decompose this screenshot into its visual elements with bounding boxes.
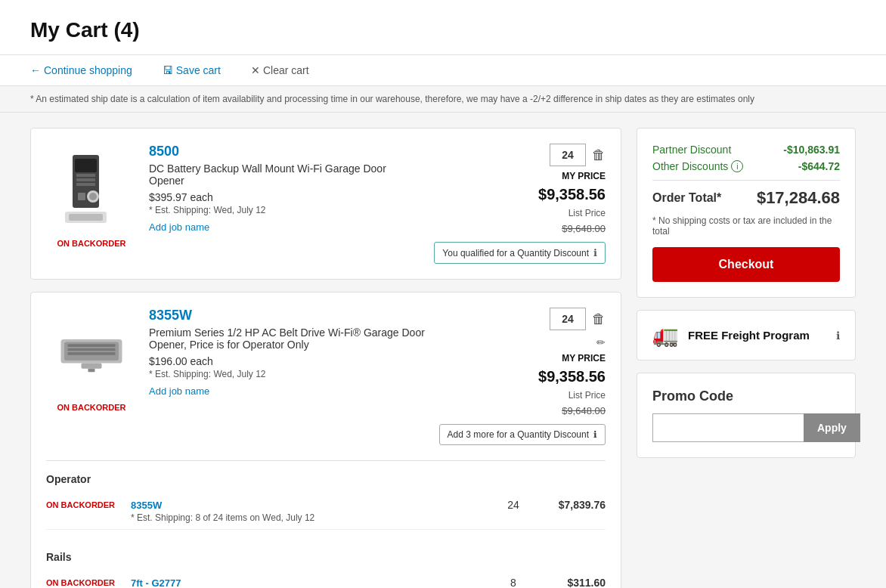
- rails-qty-g2777: 8: [491, 577, 536, 588]
- save-icon: 🖫: [163, 64, 173, 76]
- op-link-8355w[interactable]: 8355W: [131, 500, 162, 511]
- promo-code-title: Promo Code: [652, 388, 840, 404]
- svg-rect-14: [68, 352, 116, 355]
- continue-shopping-link[interactable]: ← Continue shopping: [30, 64, 132, 76]
- partner-discount-row: Partner Discount -$10,863.91: [652, 144, 840, 156]
- my-price-label-8355w: MY PRICE: [562, 353, 606, 364]
- svg-rect-16: [88, 369, 95, 373]
- item-details-8355w: 8355W Premium Series 1/2 HP AC Belt Driv…: [149, 308, 427, 397]
- order-total-label: Order Total*: [652, 191, 721, 205]
- item-details-8500: 8500 DC Battery Backup Wall Mount Wi-Fi …: [149, 144, 422, 233]
- other-discounts-row: Other Discounts i -$644.72: [652, 160, 840, 172]
- main-content: ON BACKORDER 8500 DC Battery Backup Wall…: [0, 113, 886, 588]
- op-backorder-label-8355w: ON BACKORDER: [46, 499, 122, 509]
- sidebar: Partner Discount -$10,863.91 Other Disco…: [637, 128, 856, 458]
- cart-item-8355w: ON BACKORDER 8355W Premium Series 1/2 HP…: [30, 292, 621, 588]
- add-job-name-8500[interactable]: Add job name: [149, 221, 209, 233]
- promo-code-card: Promo Code Apply: [637, 373, 856, 458]
- backorder-label-8500: ON BACKORDER: [57, 239, 125, 248]
- save-cart-link[interactable]: 🖫 Save cart: [163, 64, 221, 76]
- op-sub-8355w: * Est. Shipping: 8 of 24 items on Wed, J…: [131, 512, 482, 523]
- rails-price-g2777: $311.60: [545, 577, 606, 588]
- other-discounts-value: -$644.72: [798, 160, 840, 172]
- svg-rect-13: [68, 348, 116, 351]
- list-price-value-8355w: $9,648.00: [562, 405, 606, 416]
- svg-rect-4: [76, 183, 95, 186]
- item-description-8355w: Premium Series 1/2 HP AC Belt Drive Wi-F…: [149, 326, 427, 351]
- cart-item-8500: ON BACKORDER 8500 DC Battery Backup Wall…: [30, 128, 621, 280]
- item-shipping-8355w: * Est. Shipping: Wed, July 12: [149, 369, 427, 379]
- item-row-8500: ON BACKORDER 8500 DC Battery Backup Wall…: [46, 144, 606, 264]
- rails-link-g2777[interactable]: 7ft - G2777: [131, 577, 181, 588]
- svg-rect-15: [82, 364, 102, 369]
- order-total-value: $17,284.68: [757, 188, 840, 208]
- item-sku-link-8500[interactable]: 8500: [149, 144, 422, 159]
- edit-icon-8355w[interactable]: ✏: [596, 336, 606, 348]
- close-icon: ✕: [251, 64, 260, 76]
- item-price-each-8355w: $196.00 each: [149, 355, 427, 367]
- rails-section-8355w: Rails ON BACKORDER 7ft - G2777 Belt Driv…: [46, 545, 606, 588]
- other-discounts-label: Other Discounts i: [652, 160, 743, 172]
- svg-rect-5: [78, 193, 85, 200]
- discount-info-icon-8500[interactable]: ℹ: [593, 247, 597, 258]
- my-price-label-8500: MY PRICE: [562, 171, 606, 181]
- delete-icon-8500[interactable]: 🗑: [592, 147, 606, 163]
- delete-icon-8355w[interactable]: 🗑: [592, 311, 606, 327]
- notice-bar: * An estimated ship date is a calculatio…: [0, 86, 886, 113]
- svg-rect-9: [69, 214, 103, 221]
- add-job-name-8355w[interactable]: Add job name: [149, 385, 209, 397]
- item-description-8500: DC Battery Backup Wall Mount Wi-Fi Garag…: [149, 162, 422, 187]
- item-sku-link-8355w[interactable]: 8355W: [149, 308, 427, 323]
- svg-rect-12: [68, 344, 116, 347]
- truck-icon: 🚛: [652, 323, 679, 348]
- arrow-left-icon: ←: [30, 64, 41, 76]
- my-price-value-8355w: $9,358.56: [538, 368, 606, 385]
- partner-discount-value: -$10,863.91: [783, 144, 840, 156]
- operator-row-8355w: ON BACKORDER 8355W * Est. Shipping: 8 of…: [46, 493, 606, 530]
- freight-card: 🚛 FREE Freight Program ℹ: [637, 310, 856, 361]
- top-actions-bar: ← Continue shopping 🖫 Save cart ✕ Clear …: [0, 55, 886, 86]
- page-title: My Cart (4): [30, 18, 856, 42]
- svg-rect-2: [76, 174, 95, 177]
- backorder-label-8355w: ON BACKORDER: [57, 403, 125, 412]
- item-qty-price-8500: 24 🗑 MY PRICE $9,358.56 List Price $9,64…: [434, 144, 606, 264]
- quantity-display-8355w[interactable]: 24: [550, 308, 586, 330]
- freight-label: FREE Freight Program: [688, 329, 827, 342]
- promo-code-input[interactable]: [652, 413, 804, 442]
- list-price-label-8355w: List Price: [568, 390, 606, 401]
- op-info-8355w: 8355W * Est. Shipping: 8 of 24 items on …: [131, 499, 482, 523]
- freight-info-icon[interactable]: ℹ: [836, 330, 840, 342]
- item-image-8500: ON BACKORDER: [46, 144, 137, 248]
- my-price-value-8500: $9,358.56: [538, 186, 606, 203]
- order-total-row: Order Total* $17,284.68: [652, 180, 840, 208]
- rails-section-label: Rails: [46, 551, 606, 563]
- order-summary-card: Partner Discount -$10,863.91 Other Disco…: [637, 128, 856, 298]
- operator-section-8355w: Operator ON BACKORDER 8355W * Est. Shipp…: [46, 460, 606, 530]
- svg-point-7: [89, 193, 97, 200]
- no-shipping-note: * No shipping costs or tax are included …: [652, 215, 840, 237]
- promo-input-row: Apply: [652, 413, 840, 442]
- other-discounts-info-icon[interactable]: i: [731, 160, 743, 172]
- operator-section-label: Operator: [46, 473, 606, 485]
- item-image-8355w: ON BACKORDER: [46, 308, 137, 412]
- rails-backorder-label: ON BACKORDER: [46, 577, 122, 587]
- list-price-value-8500: $9,648.00: [562, 223, 606, 234]
- item-qty-price-8355w: 24 🗑 ✏ MY PRICE $9,358.56 List Price $9,…: [439, 308, 606, 445]
- quantity-discount-badge-8500: You qualified for a Quantity Discount ℹ: [434, 242, 606, 264]
- page-header: My Cart (4): [0, 0, 886, 55]
- product-image-8355w: [57, 315, 125, 391]
- rails-info-g2777: 7ft - G2777 Belt Drive Rail Assembly, 1 …: [131, 577, 482, 588]
- add-more-info-icon-8355w[interactable]: ℹ: [593, 429, 597, 440]
- op-qty-8355w: 24: [491, 499, 536, 511]
- qty-controls-8355w: 24 🗑: [550, 308, 606, 330]
- promo-apply-button[interactable]: Apply: [804, 413, 860, 442]
- svg-rect-3: [76, 178, 95, 181]
- qty-controls-8500: 24 🗑: [550, 144, 606, 166]
- product-image-8500: [57, 151, 125, 227]
- item-price-each-8500: $395.97 each: [149, 191, 422, 203]
- checkout-button[interactable]: Checkout: [652, 247, 840, 282]
- cart-items-list: ON BACKORDER 8500 DC Battery Backup Wall…: [30, 128, 621, 588]
- add-more-discount-badge-8355w: Add 3 more for a Quantity Discount ℹ: [439, 424, 606, 445]
- clear-cart-link[interactable]: ✕ Clear cart: [251, 64, 309, 76]
- quantity-display-8500[interactable]: 24: [550, 144, 586, 166]
